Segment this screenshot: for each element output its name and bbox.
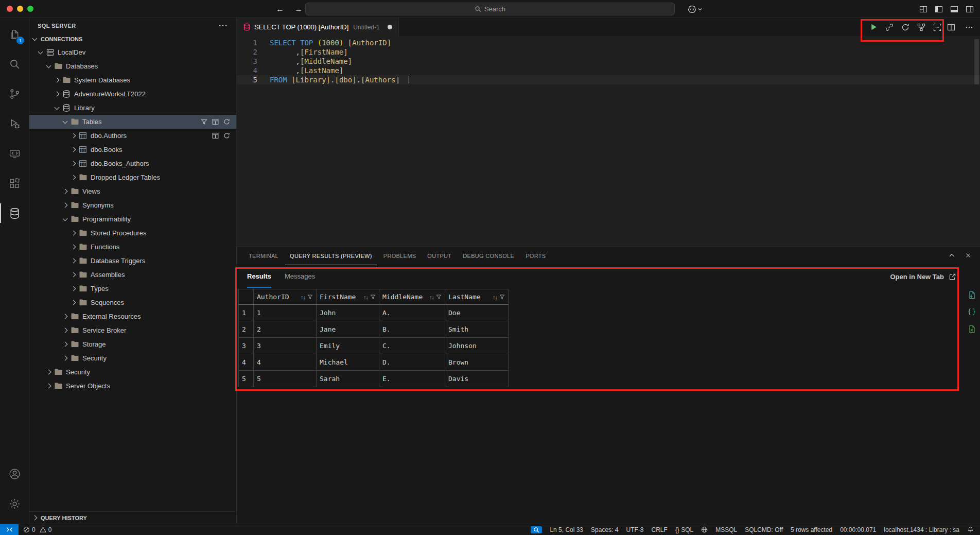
- chevron-right-icon[interactable]: [69, 160, 78, 168]
- grid-cell[interactable]: Brown: [445, 354, 509, 371]
- indentation[interactable]: Spaces: 4: [591, 526, 618, 533]
- grid-corner-cell[interactable]: [239, 289, 254, 305]
- chevron-down-icon[interactable]: [37, 48, 45, 57]
- chevron-right-icon[interactable]: [69, 229, 78, 237]
- tree-item-service-broker[interactable]: Service Broker: [29, 323, 236, 337]
- chevron-right-icon[interactable]: [69, 146, 78, 154]
- open-in-new-tab-button[interactable]: Open in New Tab: [890, 273, 980, 281]
- close-panel-button[interactable]: [965, 252, 972, 259]
- chevron-right-icon[interactable]: [45, 382, 53, 390]
- tree-item-dbo-books[interactable]: dbo.Books: [29, 143, 236, 157]
- chevron-right-icon[interactable]: [69, 271, 78, 279]
- sort-icon[interactable]: ↑↓: [363, 294, 368, 300]
- cursor-position[interactable]: Ln 5, Col 33: [550, 526, 583, 533]
- refresh-icon[interactable]: [223, 132, 230, 139]
- activity-explorer[interactable]: 1: [2, 21, 27, 47]
- activity-accounts[interactable]: [2, 461, 27, 487]
- panel-tab-ports[interactable]: PORTS: [521, 247, 550, 265]
- query-elapsed-time[interactable]: 00:00:00.071: [840, 526, 876, 533]
- rows-affected[interactable]: 5 rows affected: [791, 526, 832, 533]
- tree-item-assemblies[interactable]: Assemblies: [29, 268, 236, 282]
- chevron-right-icon[interactable]: [69, 174, 78, 182]
- save-as-json-button[interactable]: [968, 308, 976, 316]
- tree-item-stored-procedures[interactable]: Stored Procedures: [29, 226, 236, 240]
- connection-info[interactable]: localhost,1434 : Library : sa: [884, 526, 959, 533]
- save-as-csv-button[interactable]: [968, 291, 976, 299]
- estimated-plan-button[interactable]: [916, 22, 927, 33]
- tree-item-external-resources[interactable]: External Resources: [29, 309, 236, 323]
- code-line-5[interactable]: 5FROM [Library].[dbo].[Authors]: [237, 75, 980, 84]
- minimize-window-button[interactable]: [17, 6, 23, 12]
- code-line-1[interactable]: 1SELECT TOP (1000) [AuthorID]: [237, 38, 980, 47]
- activity-remote-explorer[interactable]: [2, 141, 27, 166]
- chevron-right-icon[interactable]: [53, 76, 61, 84]
- chevron-right-icon[interactable]: [61, 326, 69, 335]
- forward-button[interactable]: →: [294, 5, 303, 14]
- chevron-down-icon[interactable]: [61, 215, 69, 223]
- chevron-down-icon[interactable]: [53, 104, 61, 112]
- row-number-cell[interactable]: 2: [239, 321, 254, 338]
- activity-source-control[interactable]: [2, 81, 27, 107]
- grid-icon[interactable]: [212, 132, 219, 139]
- query-history-section-header[interactable]: QUERY HISTORY: [29, 511, 236, 524]
- chevron-down-icon[interactable]: [61, 118, 69, 126]
- maximize-panel-button[interactable]: [948, 252, 955, 259]
- messages-tab[interactable]: Messages: [285, 265, 315, 288]
- toggle-secondary-sidebar-button[interactable]: [966, 5, 974, 13]
- zoom-indicator[interactable]: [531, 526, 542, 533]
- chevron-right-icon[interactable]: [69, 132, 78, 140]
- row-number-cell[interactable]: 3: [239, 338, 254, 354]
- code-editor[interactable]: 1SELECT TOP (1000) [AuthorID]2 ,[FirstNa…: [237, 36, 980, 246]
- column-header-authorid[interactable]: AuthorID↑↓: [254, 289, 317, 305]
- modified-indicator[interactable]: [388, 25, 392, 29]
- chevron-right-icon[interactable]: [69, 299, 78, 307]
- activity-extensions[interactable]: [2, 170, 27, 196]
- customize-layout-button[interactable]: [919, 5, 927, 13]
- run-query-button[interactable]: [868, 22, 879, 33]
- grid-cell[interactable]: Smith: [445, 321, 509, 338]
- chevron-right-icon[interactable]: [53, 90, 61, 98]
- split-editor-button[interactable]: [946, 22, 957, 33]
- tree-item-library[interactable]: Library: [29, 101, 236, 115]
- tree-item-database-triggers[interactable]: Database Triggers: [29, 254, 236, 268]
- close-window-button[interactable]: [7, 6, 13, 12]
- tree-item-synonyms[interactable]: Synonyms: [29, 198, 236, 212]
- mssql-provider[interactable]: MSSQL: [715, 526, 737, 533]
- sqlcmd-status[interactable]: SQLCMD: Off: [745, 526, 783, 533]
- grid-cell[interactable]: 5: [254, 371, 317, 387]
- tree-item-security[interactable]: Security: [29, 351, 236, 365]
- save-as-excel-button[interactable]: [968, 325, 976, 333]
- editor-tab[interactable]: SELECT TOP (1000) [AuthorID] Untitled-1: [237, 18, 399, 36]
- grid-cell[interactable]: 1: [254, 305, 317, 321]
- panel-tab-query-results-preview[interactable]: QUERY RESULTS (PREVIEW): [285, 247, 377, 265]
- results-tab[interactable]: Results: [247, 265, 271, 288]
- tree-item-databases[interactable]: Databases: [29, 59, 236, 73]
- editor-scrollbar[interactable]: [974, 39, 979, 84]
- command-center-search[interactable]: Search: [305, 3, 675, 15]
- filter-icon[interactable]: [499, 294, 505, 300]
- tree-item-types[interactable]: Types: [29, 282, 236, 296]
- zoom-window-button[interactable]: [27, 6, 33, 12]
- grid-cell[interactable]: 3: [254, 338, 317, 354]
- problems-status[interactable]: 0 0: [19, 526, 54, 533]
- tree-item-system-databases[interactable]: System Databases: [29, 73, 236, 87]
- eol-sequence[interactable]: CRLF: [651, 526, 667, 533]
- tree-item-sequences[interactable]: Sequences: [29, 296, 236, 309]
- grid-cell[interactable]: A.: [379, 305, 445, 321]
- grid-cell[interactable]: Jane: [317, 321, 379, 338]
- tree-item-localdev[interactable]: LocalDev: [29, 45, 236, 59]
- change-connection-button[interactable]: [900, 22, 911, 33]
- language-mode[interactable]: {} SQL: [675, 526, 693, 533]
- grid-cell[interactable]: 4: [254, 354, 317, 371]
- grid-icon[interactable]: [212, 118, 219, 125]
- connections-section-header[interactable]: CONNECTIONS: [29, 33, 236, 45]
- chevron-right-icon[interactable]: [61, 340, 69, 349]
- activity-run-and-debug[interactable]: [2, 111, 27, 136]
- activity-settings[interactable]: [2, 491, 27, 516]
- grid-cell[interactable]: D.: [379, 354, 445, 371]
- sort-icon[interactable]: ↑↓: [301, 294, 305, 300]
- filter-icon[interactable]: [436, 294, 442, 300]
- chevron-right-icon[interactable]: [69, 257, 78, 265]
- chevron-right-icon[interactable]: [61, 313, 69, 321]
- filter-icon[interactable]: [201, 118, 207, 125]
